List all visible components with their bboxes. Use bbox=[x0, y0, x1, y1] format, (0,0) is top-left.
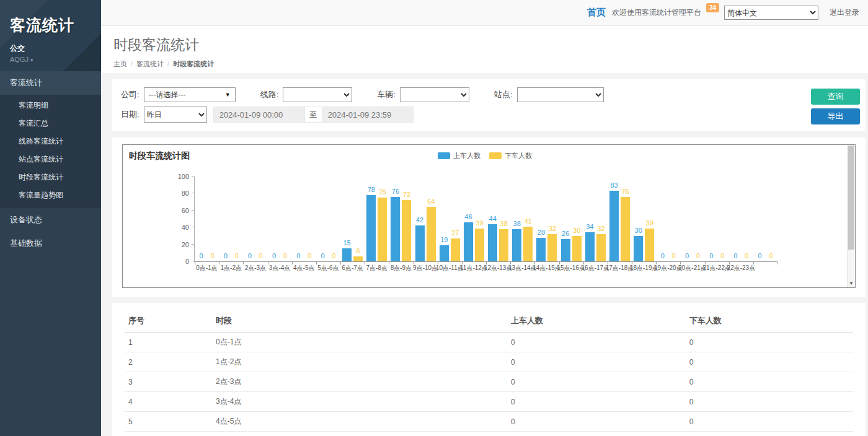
bar-slot: 34 bbox=[585, 177, 595, 261]
bar-slot: 72 bbox=[402, 177, 411, 261]
bar-value-label: 38 bbox=[513, 220, 521, 227]
chart-scrollbar[interactable]: ▼ bbox=[847, 145, 855, 287]
y-axis-tick-label: 100 bbox=[178, 173, 189, 180]
bar-value-label: 26 bbox=[562, 230, 569, 237]
bar-value-label: 0 bbox=[235, 252, 239, 259]
page-heading: 时段客流统计 主页/客流统计/时段客流统计 bbox=[101, 26, 868, 73]
date-preset-select[interactable]: 昨日 bbox=[144, 107, 207, 123]
bar-下车人数[interactable] bbox=[523, 227, 533, 261]
sidebar-item-客流量趋势图[interactable]: 客流量趋势图 bbox=[0, 186, 101, 204]
bar-上车人数[interactable] bbox=[342, 248, 352, 261]
bar-上车人数[interactable] bbox=[634, 236, 643, 261]
x-axis-tick-label: 5点-6点 bbox=[317, 264, 339, 272]
line-select[interactable] bbox=[283, 87, 352, 102]
sidebar-item-线路客流统计[interactable]: 线路客流统计 bbox=[0, 133, 101, 150]
breadcrumb-item[interactable]: 客流统计 bbox=[136, 60, 164, 68]
chart-bar-group: 0022点-23点 bbox=[729, 177, 753, 261]
bar-下车人数[interactable] bbox=[572, 236, 582, 261]
table-column-header: 下车人数 bbox=[686, 309, 853, 333]
bar-value-label: 32 bbox=[597, 225, 604, 232]
bar-上车人数[interactable] bbox=[536, 238, 546, 261]
bar-上车人数[interactable] bbox=[585, 232, 595, 261]
table-cell: 0 bbox=[686, 333, 853, 352]
bar-下车人数[interactable] bbox=[353, 256, 363, 261]
bar-slot: 38 bbox=[499, 177, 508, 261]
date-from-input[interactable] bbox=[213, 107, 305, 123]
x-axis-tick-label: 6点-7点 bbox=[342, 264, 363, 272]
chart-plot-area: 020406080100000点-1点001点-2点002点-3点003点-4点… bbox=[194, 177, 777, 262]
bar-value-label: 0 bbox=[308, 252, 311, 259]
bar-下车人数[interactable] bbox=[475, 229, 484, 261]
bar-slot: 30 bbox=[634, 177, 643, 261]
bar-上车人数[interactable] bbox=[512, 229, 521, 261]
bar-slot: 64 bbox=[427, 177, 436, 261]
date-to-input[interactable] bbox=[322, 107, 414, 123]
table-cell: 0点-1点 bbox=[212, 333, 507, 352]
bar-下车人数[interactable] bbox=[621, 197, 630, 261]
home-link[interactable]: 首页 bbox=[587, 7, 606, 19]
bar-下车人数[interactable] bbox=[427, 207, 436, 261]
x-axis-tick-label: 0点-1点 bbox=[196, 264, 217, 272]
table-cell: 0 bbox=[686, 352, 853, 372]
bar-slot: 41 bbox=[523, 177, 533, 261]
chart-bar-group: 283214点-15点 bbox=[534, 177, 559, 261]
bar-下车人数[interactable] bbox=[596, 234, 606, 261]
bar-上车人数[interactable] bbox=[464, 222, 473, 261]
chart-bar-group: 1566点-7点 bbox=[340, 177, 365, 261]
scrollbar-down-arrow-icon[interactable]: ▼ bbox=[848, 281, 855, 286]
page-title: 时段客流统计 bbox=[113, 35, 856, 54]
bar-slot: 0 bbox=[755, 177, 764, 261]
table-body: 10点-1点0021点-2点0032点-3点0043点-4点0054点-5点00… bbox=[125, 333, 853, 436]
legend-label: 下车人数 bbox=[505, 151, 532, 160]
scrollbar-thumb[interactable] bbox=[848, 146, 854, 250]
company-select[interactable]: ---请选择--- ▼ bbox=[144, 87, 236, 102]
bar-下车人数[interactable] bbox=[547, 234, 557, 261]
bar-上车人数[interactable] bbox=[415, 225, 425, 261]
sidebar-item-时段客流统计[interactable]: 时段客流统计 bbox=[0, 168, 101, 186]
bar-slot: 0 bbox=[305, 177, 314, 261]
breadcrumb-item[interactable]: 主页 bbox=[113, 60, 127, 68]
legend-item[interactable]: 上车人数 bbox=[438, 151, 480, 160]
bar-上车人数[interactable] bbox=[488, 224, 497, 261]
bar-slot: 0 bbox=[197, 177, 206, 261]
bar-上车人数[interactable] bbox=[440, 245, 449, 261]
table-panel: 序号时段上车人数下车人数 10点-1点0021点-2点0032点-3点0043点… bbox=[112, 303, 866, 436]
sidebar-section-基础数据[interactable]: 基础数据 bbox=[0, 232, 101, 255]
bar-slot: 39 bbox=[475, 177, 484, 261]
sidebar-section-设备状态[interactable]: 设备状态 bbox=[0, 208, 101, 232]
chart-bar-group: 443812点-13点 bbox=[486, 177, 510, 261]
user-dropdown[interactable]: AQGJ ▾ bbox=[10, 56, 101, 63]
bar-上车人数[interactable] bbox=[609, 191, 619, 261]
table-cell: 0 bbox=[507, 392, 686, 412]
bar-上车人数[interactable] bbox=[561, 239, 570, 261]
content: 公司: ---请选择--- ▼ 线路: 车辆: 站点: 日期: 昨日 至 bbox=[101, 73, 868, 436]
bar-上车人数[interactable] bbox=[366, 195, 376, 261]
vehicle-select[interactable] bbox=[400, 87, 469, 102]
sidebar-item-站点客流统计[interactable]: 站点客流统计 bbox=[0, 150, 101, 168]
sidebar-item-客流明细[interactable]: 客流明细 bbox=[0, 97, 101, 115]
chart-panel: 时段车流统计图 上车人数下车人数 020406080100000点-1点001点… bbox=[112, 137, 866, 297]
table-row: 32点-3点00 bbox=[125, 372, 853, 392]
legend-item[interactable]: 下车人数 bbox=[489, 151, 532, 160]
sidebar-item-客流汇总[interactable]: 客流汇总 bbox=[0, 115, 101, 133]
bar-下车人数[interactable] bbox=[451, 238, 460, 261]
bar-下车人数[interactable] bbox=[645, 229, 654, 261]
bar-下车人数[interactable] bbox=[402, 200, 411, 261]
bar-slot: 0 bbox=[707, 177, 716, 261]
bar-value-label: 64 bbox=[427, 198, 435, 205]
bar-value-label: 0 bbox=[211, 252, 215, 259]
legend-swatch-icon bbox=[489, 152, 502, 159]
export-button[interactable]: 导出 bbox=[811, 108, 860, 124]
bar-下车人数[interactable] bbox=[499, 229, 508, 261]
bar-value-label: 0 bbox=[672, 252, 676, 259]
bar-下车人数[interactable] bbox=[378, 198, 387, 261]
station-select[interactable] bbox=[517, 87, 604, 102]
language-select[interactable]: 简体中文 bbox=[724, 6, 818, 20]
logout-link[interactable]: 退出登录 bbox=[830, 7, 859, 18]
sidebar-section-passenger-stats[interactable]: 客流统计 bbox=[0, 71, 101, 95]
bar-上车人数[interactable] bbox=[391, 197, 400, 261]
bar-value-label: 0 bbox=[283, 252, 287, 259]
table-cell: 0 bbox=[507, 352, 686, 372]
query-button[interactable]: 查询 bbox=[811, 89, 860, 105]
notification-badge[interactable]: 34 bbox=[706, 3, 719, 12]
